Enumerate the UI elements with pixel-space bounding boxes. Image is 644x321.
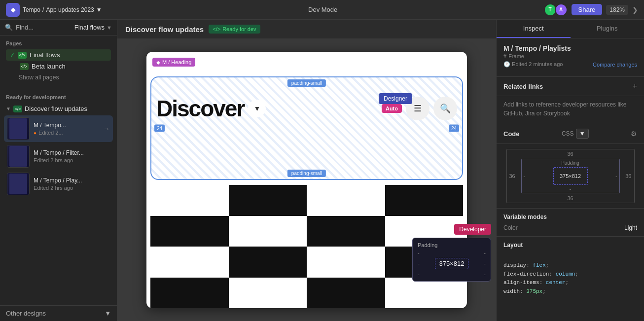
padding-bottom-val: - bbox=[570, 186, 571, 192]
box-model: 36 36 36 36 Padding - - - - 375×812 bbox=[497, 144, 644, 208]
ready-badge-label: Ready for dev bbox=[222, 26, 256, 32]
frame-item-2[interactable]: M / Tempo / Play... Edited 2 hrs ago bbox=[4, 171, 113, 197]
ready-badge: </> Ready for dev bbox=[209, 25, 260, 34]
breadcrumb-sep1: / bbox=[42, 6, 44, 13]
chevron-icon: ▼ bbox=[96, 6, 102, 13]
tab-plugins[interactable]: Plugins bbox=[571, 20, 644, 38]
flow-icon: </> bbox=[13, 106, 22, 112]
workspace-name: Tempo bbox=[23, 6, 40, 13]
edited-icon-0: ● bbox=[34, 130, 36, 136]
border-label-top: 36 bbox=[567, 151, 573, 157]
checker-cell bbox=[307, 278, 385, 309]
edited-text: 🕐 Edited 2 minutes ago bbox=[503, 61, 563, 68]
pages-section: Pages ✓ </> Final flows </> Beta launch … bbox=[0, 36, 117, 85]
search-icon-btn[interactable]: 🔍 bbox=[433, 97, 457, 120]
frame-meta-2: Edited 2 hrs ago bbox=[34, 185, 110, 191]
sidebar-item-final-flows[interactable]: ✓ </> Final flows bbox=[6, 49, 111, 61]
code-header: Code CSS ▼ ⚙ bbox=[497, 124, 644, 144]
frame-meta-0: ● Edited 2... bbox=[34, 130, 99, 136]
ready-section-label: Ready for development bbox=[0, 91, 117, 102]
add-link-button[interactable]: + bbox=[633, 82, 637, 91]
box-model-outer: 36 36 36 36 Padding - - - - 375×812 bbox=[506, 149, 635, 203]
dev-mode-label: Dev Mode bbox=[308, 6, 337, 13]
code-line-3: align-items: center; bbox=[503, 279, 637, 287]
heading-badge-label: M / Heading bbox=[162, 59, 191, 65]
related-links-header: Related links + bbox=[497, 77, 644, 96]
color-val: Light bbox=[624, 224, 637, 231]
checker-cell bbox=[385, 278, 464, 309]
topbar-right: T A Share 182% ❯ bbox=[544, 3, 638, 16]
frame-item-1[interactable]: M / Tempo / Filter... Edited 2 hrs ago bbox=[4, 143, 113, 170]
sidebar: 🔍 Find... Final flows ▼ Pages ✓ </> Fina… bbox=[0, 20, 117, 321]
padding-bottom-label: padding-small bbox=[287, 170, 326, 177]
frame-item-0[interactable]: M / Tempo... ● Edited 2... → bbox=[4, 115, 113, 142]
page-icon-beta-launch: </> bbox=[20, 63, 29, 70]
page-label-final-flows: Final flows bbox=[30, 51, 60, 59]
flow-header[interactable]: ▼ </> Discover flow updates bbox=[4, 103, 113, 114]
forward-icon: ❯ bbox=[632, 6, 638, 14]
page-label-beta-launch: Beta launch bbox=[32, 63, 66, 70]
frame-name-1: M / Tempo / Filter... bbox=[34, 149, 110, 156]
checker-cell bbox=[229, 278, 307, 309]
color-mode-row: Color Light bbox=[503, 224, 637, 231]
padding-left-dash: - bbox=[418, 260, 420, 267]
clock-icon: 🕐 bbox=[503, 61, 510, 67]
heading-badge: ◆ M / Heading bbox=[152, 58, 195, 67]
tab-inspect[interactable]: Inspect bbox=[497, 20, 571, 38]
canvas-header: Discover flow updates </> Ready for dev bbox=[117, 20, 496, 39]
frame-thumb-inner-2 bbox=[7, 173, 29, 195]
checker-cell bbox=[150, 216, 229, 247]
edited-row: 🕐 Edited 2 minutes ago Compare changes bbox=[503, 61, 637, 68]
css-label: CSS bbox=[562, 130, 574, 137]
padding-inner: Padding - - - - 375×812 bbox=[521, 159, 620, 193]
chevron-down-icon: ▼ bbox=[107, 25, 112, 31]
checker-cell bbox=[307, 185, 385, 216]
discover-text: Discover bbox=[156, 95, 244, 122]
css-dropdown[interactable]: ▼ bbox=[576, 129, 589, 139]
frame-type: Frame bbox=[508, 53, 524, 59]
frame-name-0: M / Tempo... bbox=[34, 122, 99, 129]
checker-cell bbox=[229, 185, 307, 216]
search-icon: 🔍 bbox=[5, 24, 13, 31]
left-num: 24 bbox=[154, 125, 165, 132]
sidebar-item-beta-launch[interactable]: </> Beta launch bbox=[6, 61, 111, 72]
file-name[interactable]: App updates 2023 bbox=[46, 6, 94, 13]
zoom-level: 182% bbox=[606, 5, 628, 15]
hash-icon: # bbox=[503, 53, 506, 59]
code-settings-icon[interactable]: ⚙ bbox=[631, 130, 637, 138]
file-name-selector[interactable]: Final flows ▼ bbox=[74, 24, 112, 31]
share-button[interactable]: Share bbox=[572, 4, 603, 15]
diamond-icon: ◆ bbox=[156, 60, 160, 65]
compare-changes-btn[interactable]: Compare changes bbox=[593, 62, 637, 68]
search-text[interactable]: Find... bbox=[16, 24, 34, 31]
code-title: Code bbox=[503, 130, 520, 138]
checker-cell bbox=[229, 247, 307, 278]
pages-title: Pages bbox=[6, 40, 111, 46]
check-icon: ✓ bbox=[10, 52, 15, 59]
checker-cell bbox=[385, 185, 464, 216]
right-panel: Inspect Plugins M / Tempo / Playlists # … bbox=[496, 20, 644, 321]
frame-name-2: M / Tempo / Play... bbox=[34, 177, 110, 184]
frame-arrow-0[interactable]: → bbox=[103, 125, 110, 133]
frame-info-1: M / Tempo / Filter... Edited 2 hrs ago bbox=[34, 149, 110, 163]
canvas-content: Designer ◆ M / Heading padding-small pad… bbox=[117, 39, 496, 321]
padding-top-label: padding-small bbox=[287, 79, 326, 87]
code-icon: </> bbox=[213, 26, 220, 32]
frame-thumb-inner-1 bbox=[7, 145, 29, 167]
file-label: Final flows bbox=[74, 24, 105, 31]
sidebar-divider bbox=[0, 88, 117, 88]
avatar-group: T A bbox=[544, 3, 568, 16]
checker-cell bbox=[150, 185, 229, 216]
flow-group: ▼ </> Discover flow updates M / Tempo...… bbox=[0, 102, 117, 199]
app-logo: ◆ bbox=[6, 3, 20, 17]
border-label-left: 36 bbox=[509, 173, 515, 179]
other-designs[interactable]: Other designs ▼ bbox=[0, 305, 117, 321]
discover-chevron-icon[interactable]: ▼ bbox=[248, 100, 266, 117]
layout-section: Layout bbox=[497, 236, 644, 256]
show-all-pages[interactable]: Show all pages bbox=[6, 72, 111, 83]
padding-right-val: - bbox=[615, 174, 617, 179]
checker-cell bbox=[307, 216, 385, 247]
padding-top-val: - bbox=[570, 160, 571, 166]
panel-frame-section: M / Tempo / Playlists # Frame 🕐 Edited 2… bbox=[497, 38, 644, 77]
canvas-area: Discover flow updates </> Ready for dev … bbox=[117, 20, 496, 321]
